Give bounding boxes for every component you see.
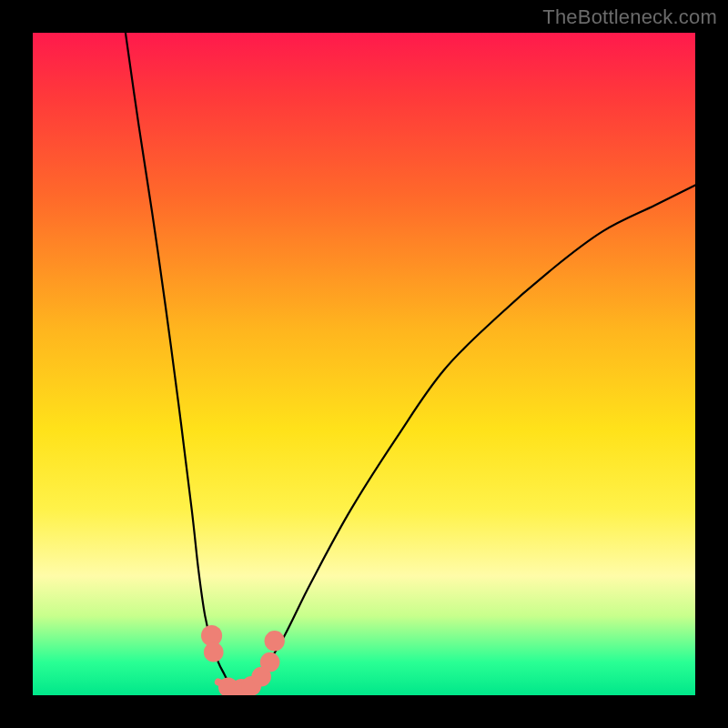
series-right-curve	[251, 185, 695, 688]
series-left-curve	[126, 33, 231, 689]
chart-lines	[126, 33, 695, 689]
chart-frame: TheBottleneck.com	[0, 0, 728, 728]
marker-right-dot-2	[260, 652, 280, 672]
chart-plot-area	[33, 33, 695, 695]
marker-right-dot-upper	[265, 631, 285, 651]
chart-markers	[201, 625, 285, 695]
chart-svg	[33, 33, 695, 695]
marker-left-dot-lower	[204, 642, 224, 662]
watermark-text: TheBottleneck.com	[542, 5, 717, 29]
